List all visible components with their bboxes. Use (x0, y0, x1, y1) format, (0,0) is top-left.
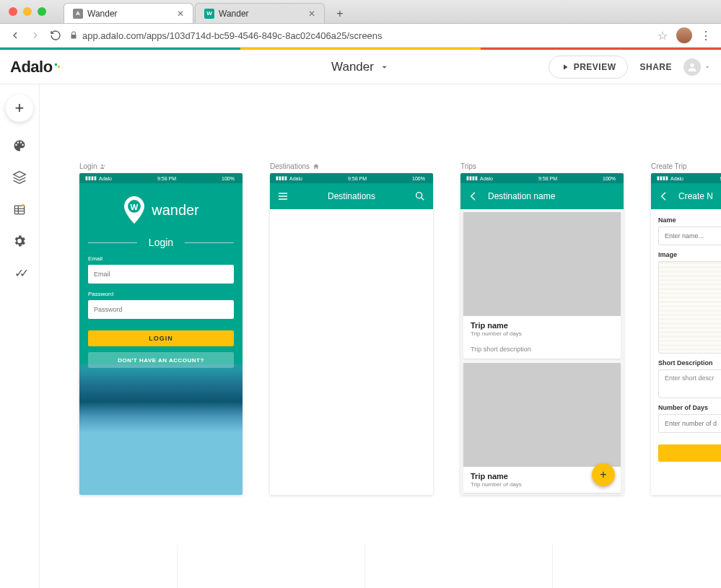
browser-menu-button[interactable]: ⋮ (699, 29, 712, 42)
zoom-window-button[interactable] (38, 7, 46, 16)
minimize-window-button[interactable] (23, 7, 32, 16)
screen-body: Name Image C Short Description Enter sho… (651, 209, 721, 495)
svg-point-8 (102, 164, 104, 167)
screen-create-trip[interactable]: Create Trip ▮▮▮▮ Adalo 9:58 PM Create N … (651, 162, 717, 495)
profile-avatar[interactable] (676, 27, 692, 43)
pin-icon: W (123, 196, 146, 224)
status-bar: ▮▮▮▮ Adalo 9:58 PM 100% (79, 173, 242, 183)
screen-label: Create Trip (651, 162, 717, 170)
add-button[interactable]: + (6, 95, 33, 122)
brand-accent-bar (0, 48, 721, 50)
home-icon (313, 163, 320, 170)
svg-rect-0 (55, 63, 57, 66)
settings-icon[interactable] (12, 233, 27, 249)
screen-login[interactable]: Login ▮▮▮▮ Adalo 9:58 PM 100% W wander (79, 162, 242, 495)
chevron-down-icon (380, 62, 390, 72)
design-canvas[interactable]: Login ▮▮▮▮ Adalo 9:58 PM 100% W wander (40, 84, 721, 588)
url-text: app.adalo.com/apps/103d714d-bc59-4546-84… (82, 30, 383, 41)
address-bar: app.adalo.com/apps/103d714d-bc59-4546-84… (0, 24, 721, 48)
adalo-logo[interactable]: Adalo (10, 58, 62, 76)
login-body: W wander Login Email Password LOGIN (79, 183, 242, 495)
tab-title: Wander (87, 9, 118, 19)
database-icon[interactable] (12, 201, 27, 217)
chevron-down-icon (704, 63, 711, 71)
back-button[interactable] (9, 29, 22, 42)
image-label: Image (658, 251, 721, 258)
tab-title: Wander (219, 9, 249, 19)
close-tab-icon[interactable]: ✕ (308, 9, 315, 19)
window-titlebar: A Wander ✕ W Wander ✕ + (0, 0, 721, 24)
browser-tab-active[interactable]: A Wander ✕ (64, 3, 193, 23)
favicon-icon: A (73, 9, 83, 19)
background-image (79, 387, 242, 495)
reload-button[interactable] (49, 29, 62, 42)
short-desc-field[interactable]: Enter short descr (658, 369, 721, 398)
logo-text: Adalo (10, 58, 53, 76)
trip-card[interactable]: Trip name Trip number of days Trip short… (463, 212, 621, 359)
signup-link-button[interactable]: DON'T HAVE AN ACCOUNT? (88, 352, 234, 368)
phone-app-bar: Create N (651, 183, 721, 209)
email-field[interactable] (88, 265, 234, 284)
screen-trips[interactable]: Trips ▮▮▮▮ Adalo 9:58 PM 100% Destinatio… (460, 162, 624, 495)
screen-title: Create N (670, 191, 721, 201)
preview-button[interactable]: PREVIEW (549, 56, 629, 79)
back-icon[interactable] (468, 190, 479, 202)
status-bar: ▮▮▮▮ Adalo 9:58 PM 100% (460, 173, 624, 183)
project-name-dropdown[interactable]: Wander (331, 60, 390, 74)
image-picker[interactable]: C (658, 261, 721, 354)
menu-icon[interactable] (277, 190, 289, 202)
users-icon (100, 163, 107, 170)
left-tool-rail: + ✓✓ (0, 84, 40, 588)
project-name: Wander (331, 60, 374, 74)
publish-icon[interactable]: ✓✓ (12, 265, 27, 281)
screen-label: Login (79, 162, 242, 170)
close-tab-icon[interactable]: ✕ (177, 9, 184, 19)
trip-days: Trip number of days (471, 481, 613, 488)
email-label: Email (88, 255, 234, 262)
forward-button[interactable] (29, 29, 42, 42)
layers-icon[interactable] (12, 170, 27, 185)
trip-days: Trip number of days (471, 330, 613, 337)
back-icon[interactable] (658, 190, 670, 202)
phone-frame: ▮▮▮▮ Adalo 9:58 PM 100% W wander Login E… (79, 173, 242, 495)
search-icon[interactable] (414, 190, 426, 202)
user-avatar-icon (683, 58, 701, 76)
phone-frame: ▮▮▮▮ Adalo 9:58 PM Create N Name Image C… (651, 173, 721, 495)
phone-app-bar: Destinations (270, 183, 433, 209)
svg-point-16 (416, 193, 422, 198)
screen-destinations[interactable]: Destinations ▮▮▮▮ Adalo 9:58 PM 100% Des… (270, 162, 433, 495)
app-logo: W wander (123, 196, 199, 224)
add-trip-fab[interactable]: + (592, 463, 615, 486)
svg-rect-1 (58, 66, 60, 68)
screen-label: Destinations (270, 162, 433, 170)
lock-icon (69, 31, 78, 40)
share-button[interactable]: SHARE (639, 62, 672, 72)
phone-frame: ▮▮▮▮ Adalo 9:58 PM 100% Destinations (270, 173, 433, 495)
trip-name: Trip name (471, 321, 613, 330)
trip-description: Trip short description (463, 342, 621, 359)
status-bar: ▮▮▮▮ Adalo 9:58 PM 100% (270, 173, 433, 183)
bookmark-button[interactable]: ☆ (656, 29, 669, 42)
palette-icon[interactable] (12, 138, 27, 154)
svg-line-17 (421, 198, 424, 201)
svg-rect-3 (14, 206, 24, 214)
svg-point-7 (22, 204, 24, 206)
name-field[interactable] (658, 227, 721, 245)
user-menu[interactable] (683, 58, 711, 76)
browser-tab[interactable]: W Wander ✕ (195, 3, 325, 23)
new-tab-button[interactable]: + (331, 4, 349, 23)
name-label: Name (658, 216, 721, 224)
login-button[interactable]: LOGIN (88, 330, 234, 346)
submit-button[interactable] (658, 444, 721, 462)
url-field[interactable]: app.adalo.com/apps/103d714d-bc59-4546-84… (69, 30, 649, 41)
close-window-button[interactable] (9, 7, 17, 16)
svg-text:W: W (131, 203, 139, 211)
status-bar: ▮▮▮▮ Adalo 9:58 PM (651, 173, 721, 183)
screen-label: Trips (460, 162, 624, 170)
days-field[interactable] (658, 414, 721, 433)
preview-label: PREVIEW (574, 62, 616, 72)
play-icon (561, 63, 569, 71)
favicon-icon: W (204, 9, 214, 19)
password-field[interactable] (88, 300, 234, 319)
password-label: Password (88, 291, 234, 297)
